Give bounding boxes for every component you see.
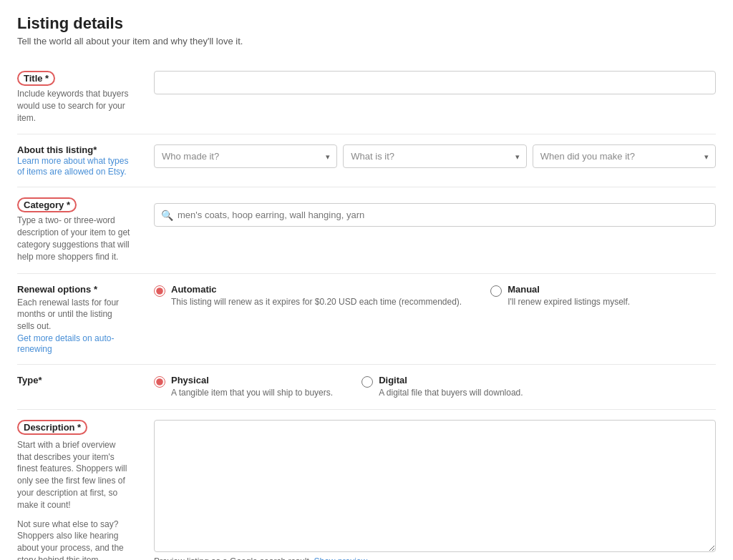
about-label: About this listing* bbox=[17, 144, 97, 155]
renewal-link[interactable]: Get more details on auto-renewing bbox=[17, 333, 114, 354]
description-label: Description * bbox=[17, 420, 87, 435]
type-radio-group: Physical A tangible item that you will s… bbox=[154, 375, 716, 399]
title-control-col bbox=[142, 61, 716, 134]
when-made-select[interactable]: When did you make it? bbox=[533, 144, 716, 168]
who-made-wrap: Who made it? ▾ bbox=[154, 144, 337, 168]
renewal-automatic-label: Automatic bbox=[171, 284, 462, 295]
when-made-wrap: When did you make it? ▾ bbox=[533, 144, 716, 168]
about-control-col: Who made it? ▾ What is it? ▾ When did yo… bbox=[142, 134, 716, 187]
description-textarea[interactable] bbox=[154, 420, 716, 552]
category-search-wrap: 🔍 bbox=[154, 203, 716, 227]
description-desc1: Start with a brief overview that describ… bbox=[17, 439, 131, 511]
description-preview-line: Preview listing as a Google search resul… bbox=[154, 556, 716, 560]
type-control-col: Physical A tangible item that you will s… bbox=[142, 364, 716, 409]
renewal-manual-desc: I'll renew expired listings myself. bbox=[508, 296, 630, 308]
title-label: Title * bbox=[17, 71, 55, 86]
renewal-control-col: Automatic This listing will renew as it … bbox=[142, 273, 716, 364]
renewal-manual-option: Manual I'll renew expired listings mysel… bbox=[490, 284, 630, 308]
title-desc: Include keywords that buyers would use t… bbox=[17, 88, 131, 124]
what-is-select[interactable]: What is it? bbox=[343, 144, 526, 168]
category-label-col: Category * Type a two- or three-word des… bbox=[17, 187, 142, 272]
type-label-col: Type* bbox=[17, 364, 142, 409]
renewal-automatic-radio[interactable] bbox=[154, 285, 165, 297]
type-physical-option: Physical A tangible item that you will s… bbox=[154, 375, 333, 399]
renewal-radio-group: Automatic This listing will renew as it … bbox=[154, 284, 716, 308]
type-label: Type* bbox=[17, 375, 42, 385]
renewal-automatic-desc: This listing will renew as it expires fo… bbox=[171, 296, 462, 308]
renewal-manual-radio[interactable] bbox=[490, 285, 502, 297]
category-control-col: 🔍 bbox=[142, 187, 716, 272]
category-desc: Type a two- or three-word description of… bbox=[17, 215, 131, 262]
title-label-col: Title * Include keywords that buyers wou… bbox=[17, 61, 142, 134]
renewal-label: Renewal options * bbox=[17, 284, 97, 295]
about-link[interactable]: Learn more about what types of items are… bbox=[17, 156, 128, 177]
category-label: Category * bbox=[17, 197, 77, 212]
who-made-select[interactable]: Who made it? bbox=[154, 144, 337, 168]
about-label-col: About this listing* Learn more about wha… bbox=[17, 134, 142, 187]
what-is-wrap: What is it? ▾ bbox=[343, 144, 526, 168]
page-title: Listing details bbox=[17, 14, 716, 33]
about-dropdowns: Who made it? ▾ What is it? ▾ When did yo… bbox=[154, 144, 716, 168]
renewal-automatic-option: Automatic This listing will renew as it … bbox=[154, 284, 462, 308]
type-digital-label: Digital bbox=[379, 375, 523, 385]
type-physical-desc: A tangible item that you will ship to bu… bbox=[171, 387, 333, 399]
description-desc2: Not sure what else to say? Shoppers also… bbox=[17, 519, 131, 560]
show-preview-link[interactable]: Show preview bbox=[314, 556, 367, 560]
category-search-input[interactable] bbox=[154, 203, 716, 227]
page-subtitle: Tell the world all about your item and w… bbox=[17, 36, 716, 46]
type-physical-radio[interactable] bbox=[154, 376, 165, 388]
renewal-desc: Each renewal lasts for four months or un… bbox=[17, 297, 131, 333]
listing-form: Title * Include keywords that buyers wou… bbox=[17, 61, 716, 560]
description-label-col: Description * Start with a brief overvie… bbox=[17, 409, 142, 560]
renewal-manual-label: Manual bbox=[508, 284, 630, 295]
type-digital-desc: A digital file that buyers will download… bbox=[379, 387, 523, 399]
type-physical-label: Physical bbox=[171, 375, 333, 385]
type-digital-option: Digital A digital file that buyers will … bbox=[361, 375, 523, 399]
renewal-label-col: Renewal options * Each renewal lasts for… bbox=[17, 273, 142, 364]
description-control-col: Preview listing as a Google search resul… bbox=[142, 409, 716, 560]
type-digital-radio[interactable] bbox=[361, 376, 373, 388]
preview-text: Preview listing as a Google search resul… bbox=[154, 556, 309, 560]
category-search-icon: 🔍 bbox=[161, 210, 173, 221]
title-input[interactable] bbox=[154, 71, 716, 94]
